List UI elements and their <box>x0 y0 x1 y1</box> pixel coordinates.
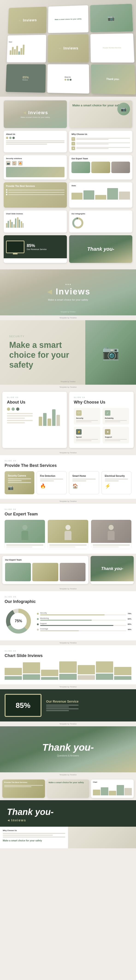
camera-icon-large: 📷 <box>102 344 119 361</box>
provide-item-3 <box>6 194 64 195</box>
arrow-icon: ◄ <box>18 18 21 22</box>
about-dots <box>6 137 64 139</box>
bar-chart-large <box>5 662 131 680</box>
smart-slide-inner: Make a smart choice for your safety 📷 <box>69 100 132 128</box>
mosaic-card-dark: 85% Revenue <box>6 64 46 92</box>
home-sec-icon: 🏠 <box>12 161 17 165</box>
slide-card-why-small[interactable]: Why Choose Us 🛡 ✓ <box>69 131 132 153</box>
team-title-row: Our Expert Team <box>5 559 85 561</box>
stat-row-1: Security 75% <box>37 612 131 615</box>
large-why-card[interactable]: Slide 04 Why Choose Us 🛡 Security ✓ Reli… <box>69 392 134 448</box>
slide-card-infographic-small[interactable]: Our Infographic <box>69 210 132 232</box>
dot-green <box>9 137 11 139</box>
template-label-1: Template by Timelive <box>0 315 136 320</box>
large-thankyou-sub: Questions & Answers <box>57 754 79 757</box>
team-card-2 <box>48 520 88 549</box>
provide-cards: Security Camera 📷 Fire Detection 🔥 Smart… <box>5 471 131 494</box>
provide-mini: Provide The Best Services <box>103 47 121 49</box>
big-dot-gold <box>7 407 10 411</box>
provide-card-fire: Fire Detection 🔥 <box>37 471 67 494</box>
mosaic-card-provide: Provide The Best Services <box>90 33 134 62</box>
large-monitor-inner: 85% Our Revenue Service <box>0 689 136 721</box>
thankyou-card-row[interactable]: Thank you- <box>91 556 134 584</box>
template-label-2: Template by Timelive <box>0 385 136 390</box>
stat-color-2 <box>37 618 39 620</box>
mosaic-card-chart: Chart <box>7 35 46 62</box>
thankyou-text-small: Thank you- <box>87 246 114 252</box>
lb-left-panel: Why Choose Us Make a smart choice for yo… <box>0 827 68 848</box>
slide-card-stats-small[interactable]: Stats <box>69 182 132 208</box>
about-title-small: About Us <box>6 133 64 135</box>
template-label-3: Template by Timelive <box>0 450 136 455</box>
security-photo <box>6 167 64 177</box>
chart-main-title: Chart Slide Inviews <box>5 653 131 658</box>
slide-card-provide-small[interactable]: Provide The Best Services <box>4 182 67 208</box>
team-thankyou-row: Our Expert Team Thank you- <box>0 554 136 586</box>
security-title-small: Security solutions <box>6 158 64 159</box>
monitor-pct-small: 85% <box>27 243 46 248</box>
chart-layout <box>5 662 131 680</box>
speed-icon-large: ⚡ <box>76 429 82 434</box>
dot-dark <box>13 137 15 139</box>
infographic-layout: 75% Security 75% Mon <box>5 607 131 636</box>
team-photo-row-1 <box>5 563 31 581</box>
why-item-1: 🛡 <box>72 137 130 141</box>
slide-card-smart-small[interactable]: Make a smart choice for your safety 📷 <box>69 100 132 128</box>
large-provide-slide: Slide 05 Provide The Best Services Secur… <box>0 455 136 499</box>
person-silhouette-1 <box>20 525 29 541</box>
bottom-collage-section: Provide The Best Services Make a smart c… <box>0 777 136 800</box>
provide-card-home: Smart Home 🏠 <box>69 471 99 494</box>
slide-card-security-small[interactable]: Security solutions 📷 🏠 🔥 <box>4 155 67 180</box>
template-label-4: Template by Timelive <box>0 499 136 504</box>
large-infographic-slide: Slide 08 Our Infographic 75% Security <box>0 591 136 640</box>
slide-preview-grid: ◄Inviews Make a smart choice for your sa… <box>0 97 136 269</box>
mini-bar-chart <box>72 188 130 200</box>
camera-icon: 📷 <box>107 15 115 21</box>
why-card-1: 🛡 Security <box>74 408 100 425</box>
lb-why-title: Why Choose Us <box>3 829 65 832</box>
large-cover-bg: ◄Inviews Make a smart choice for your sa… <box>0 269 136 315</box>
smart-photo-circle: 📷 <box>117 103 130 115</box>
stats-list: Security 75% Monitoring <box>37 612 131 631</box>
slide-card-about-small[interactable]: About Us <box>4 131 67 153</box>
slide-card-monitor-small[interactable]: 85% Our Revenue Service <box>4 235 67 263</box>
lb-chart <box>100 829 104 846</box>
person-silhouette-3 <box>107 525 116 541</box>
stat-row-4: Coverage 45% <box>37 628 131 631</box>
star-icon: ★ <box>72 146 75 150</box>
lb-smart-text: Make a smart choice for your safety <box>3 839 65 842</box>
large-thankyou-text: Thank you- <box>42 742 94 753</box>
bottom-smart-card[interactable]: Make a smart choice for your safety <box>47 780 90 798</box>
provide-card-title-2: Fire Detection <box>40 475 63 477</box>
why-main-title: Why Choose Us <box>74 400 129 405</box>
large-cover-slide: ◄Inviews Make a smart choice for your sa… <box>0 269 136 315</box>
thankyou-mini: Thank you- <box>106 78 120 80</box>
slide-card-chart-small[interactable]: Chart Slide Inviews <box>4 210 67 232</box>
bottom-provide-card[interactable]: Provide The Best Services <box>2 780 45 798</box>
final-bottom-section: Thank you- ◄Inviews <box>0 800 136 827</box>
large-cover-subtitle: Make a smart choice for your safety <box>48 298 88 301</box>
card-photo-1: 📷 <box>90 4 133 32</box>
provide-title-small: Provide The Best Services <box>6 185 64 188</box>
team-photo-large-card[interactable]: Our Expert Team <box>2 556 88 584</box>
slide-card-thankyou-small[interactable]: Thank you- <box>69 235 132 263</box>
fire-provide-icon: 🔥 <box>40 483 63 489</box>
why-title-small: Why Choose Us <box>72 133 130 135</box>
why-item-2: ✓ <box>72 142 130 145</box>
team-photo-row-3 <box>60 563 85 581</box>
person-silhouette-2 <box>63 525 73 541</box>
large-team-slide: Slide 06 Our Expert Team <box>0 504 136 554</box>
thankyou-text-row: Thank you- <box>101 566 123 571</box>
large-about-card[interactable]: Slide 03 About Us <box>2 392 67 448</box>
large-smart-slide: Security Make a smart choice for your sa… <box>0 320 136 385</box>
bottom-chart-card[interactable]: Chart <box>91 780 134 798</box>
large-smart-content: Security Make a smart choice for your sa… <box>0 328 85 377</box>
monitor-title-large: Our Revenue Service <box>46 700 78 703</box>
smart-text: Make a smart choice for your safety <box>54 17 82 22</box>
why-card-3: ⚡ Speed <box>74 427 100 443</box>
slide-card-team-small[interactable]: Our Expert Team <box>69 155 132 180</box>
about-mini: About Us <box>64 76 72 78</box>
chart-bars-mini <box>8 43 45 56</box>
about-big-dots <box>7 407 33 411</box>
slide-card-cover[interactable]: ◄Inviews Make a smart choice for your sa… <box>4 100 67 128</box>
